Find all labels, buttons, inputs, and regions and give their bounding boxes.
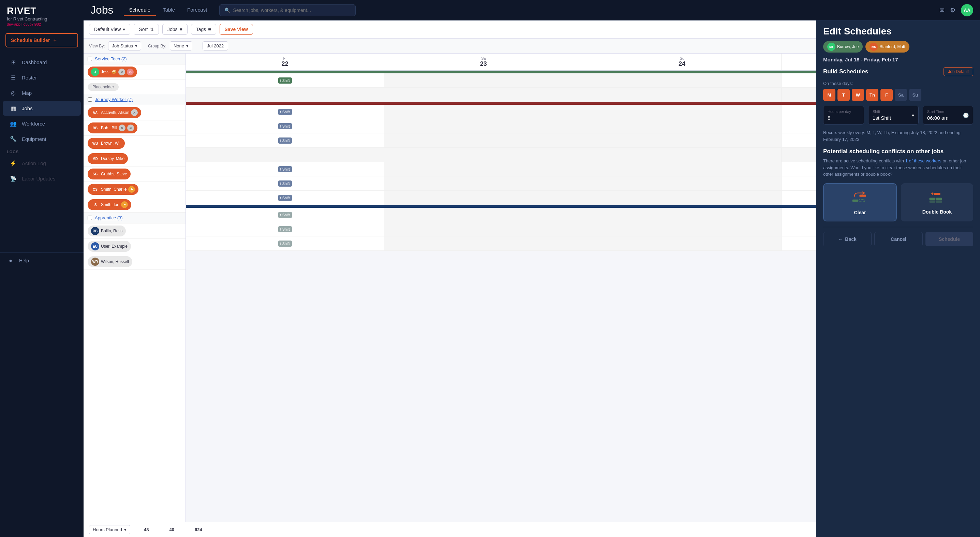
calendar-cell[interactable] <box>384 222 490 236</box>
sidebar-item-label: Roster <box>22 75 37 81</box>
worker-chip-smith-charlie[interactable]: CS Smith, Charlie ⚑ <box>88 184 138 195</box>
calendar-cell[interactable] <box>384 176 490 190</box>
tab-schedule[interactable]: Schedule <box>124 4 156 16</box>
logs-section-label: LOGS <box>0 147 84 155</box>
calendar-cell[interactable]: t Shift <box>186 176 384 190</box>
worker-chip-jess[interactable]: J Jess, 🥪 ✕ ⊘ <box>88 67 137 77</box>
worker-chip-accavitti[interactable]: AA Accavitti, Alison ✕ <box>88 107 141 118</box>
sidebar-item-workforce[interactable]: 👥 Workforce <box>3 116 81 131</box>
calendar-cell[interactable] <box>384 148 490 162</box>
calendar-cell[interactable]: t Shift <box>186 73 384 87</box>
list-item: WB Brown, Will <box>84 136 186 151</box>
worker-chip-user-example[interactable]: EU User, Example <box>88 241 131 252</box>
calendar-area: Fr 22 Sa 23 Su 24 Mo 25 <box>186 54 490 269</box>
default-view-button[interactable]: Default View ▾ <box>89 24 130 35</box>
tags-button[interactable]: Tags ≡ <box>191 24 216 35</box>
calendar-cell[interactable]: t Shift <box>186 134 384 147</box>
table-row: t Shift Bollin, Ross • 5/8s Firs <box>186 208 490 222</box>
calendar-cell[interactable] <box>384 191 490 205</box>
brand-tagline: for Rivet Contracting <box>7 16 77 21</box>
sidebar-item-labor-updates[interactable]: 📡 Labor Updates <box>3 171 81 186</box>
schedule-builder-button[interactable]: Schedule Builder ＋ <box>5 33 78 48</box>
group-journey-worker[interactable]: Journey Worker (7) <box>84 94 186 105</box>
sort-button[interactable]: Sort ⇅ <box>134 24 159 35</box>
shift-chip[interactable]: t Shift <box>278 137 292 143</box>
sidebar-item-map[interactable]: ◎ Map <box>3 86 81 100</box>
calendar-cell[interactable] <box>384 88 490 102</box>
view-by-select[interactable]: Job Status ▾ <box>108 41 141 51</box>
worker-chip-bollin[interactable]: RB Bollin, Ross <box>88 226 126 236</box>
calendar-cell[interactable]: t Shift <box>186 208 384 222</box>
view-by-label: View By: <box>89 44 105 48</box>
calendar-cell[interactable] <box>186 88 384 102</box>
remove-worker-icon[interactable]: ✕ <box>119 124 126 131</box>
calendar-cell[interactable] <box>384 119 490 133</box>
shift-chip[interactable]: t Shift <box>278 109 292 115</box>
worker-name: Smith, Ian <box>101 202 119 207</box>
calendar-cell[interactable] <box>384 208 490 222</box>
calendar-cell[interactable]: t Shift <box>186 191 384 205</box>
calendar-cell[interactable]: t Shift <box>186 119 384 133</box>
day-label: Fr <box>283 56 286 61</box>
cancel-icon[interactable]: ⊘ <box>127 124 134 131</box>
avatar: AA <box>91 108 99 117</box>
worker-chip-wilson[interactable]: WR Wilson, Russell <box>88 256 132 267</box>
help-item[interactable]: ● Help <box>0 252 84 269</box>
worker-chip-brown[interactable]: WB Brown, Will <box>88 138 125 149</box>
table-row <box>186 88 490 102</box>
calendar-cell[interactable]: t Shift <box>186 236 384 250</box>
calendar-cell[interactable] <box>384 105 490 119</box>
table-row: t Shift Accavitti, Alison • 5/8s <box>186 105 490 119</box>
apprentice-checkbox[interactable] <box>88 216 92 220</box>
search-input[interactable] <box>233 8 350 13</box>
worker-chip-dorsey[interactable]: MD Dorsey, Mike <box>88 153 128 164</box>
sidebar-item-action-log[interactable]: ⚡ Action Log <box>3 156 81 171</box>
tab-forecast[interactable]: Forecast <box>182 4 212 16</box>
worker-chip-bob[interactable]: BB Bob , Bill ✕ ⊘ <box>88 123 137 134</box>
sidebar-item-equipment[interactable]: 🔧 Equipment <box>3 132 81 147</box>
shift-chip[interactable]: t Shift <box>278 180 292 186</box>
shift-chip[interactable]: t Shift <box>278 226 292 232</box>
shift-chip[interactable]: t Shift <box>278 195 292 201</box>
shift-chip[interactable]: t Shift <box>278 123 292 129</box>
remove-worker-icon[interactable]: ✕ <box>131 109 138 116</box>
table-row <box>186 148 490 162</box>
flag-icon[interactable]: ⚑ <box>128 186 135 193</box>
shift-chip[interactable]: t Shift <box>278 212 292 218</box>
calendar-cell[interactable] <box>384 134 490 147</box>
group-service-tech[interactable]: Service Tech (2) <box>84 54 186 64</box>
tab-table[interactable]: Table <box>157 4 180 16</box>
calendar-cell[interactable]: t Shift <box>186 162 384 176</box>
flag-icon[interactable]: ⊘ <box>127 69 134 75</box>
calendar-cell[interactable]: t Shift <box>186 105 384 119</box>
save-view-button[interactable]: Save View <box>220 24 253 35</box>
help-icon: ● <box>7 258 14 264</box>
sidebar-item-roster[interactable]: ☰ Roster <box>3 70 81 85</box>
placeholder-chip[interactable]: Placeholder <box>88 83 119 91</box>
shift-chip[interactable]: t Shift <box>278 241 292 247</box>
list-item: CS Smith, Charlie ⚑ <box>84 182 186 197</box>
calendar-cell[interactable] <box>186 148 384 162</box>
jobs-filter-button[interactable]: Jobs ≡ <box>162 24 188 35</box>
calendar-cell[interactable] <box>384 73 490 87</box>
list-item: WR Wilson, Russell <box>84 254 186 269</box>
group-apprentice[interactable]: Apprentice (3) <box>84 212 186 223</box>
table-row: t Shift Bob , Bill • 5/8s First S <box>186 119 490 134</box>
search-bar[interactable]: 🔍 <box>219 5 356 16</box>
calendar-cell[interactable] <box>384 236 490 250</box>
sidebar-item-label: Action Log <box>22 160 46 166</box>
journey-worker-checkbox[interactable] <box>88 97 92 102</box>
calendar-cell[interactable]: t Shift <box>186 222 384 236</box>
remove-worker-icon[interactable]: ✕ <box>118 69 125 75</box>
group-bar-journey-worker <box>186 102 490 105</box>
worker-chip-smith-ian[interactable]: IS Smith, Ian ⚑ <box>88 199 131 210</box>
service-tech-checkbox[interactable] <box>88 57 92 61</box>
sidebar-item-dashboard[interactable]: ⊞ Dashboard <box>3 55 81 70</box>
shift-chip[interactable]: t Shift <box>278 77 292 84</box>
shift-chip[interactable]: t Shift <box>278 166 292 172</box>
flag-icon[interactable]: ⚑ <box>121 201 128 208</box>
calendar-cell[interactable] <box>384 162 490 176</box>
sidebar-item-jobs[interactable]: ▦ Jobs <box>3 101 81 116</box>
worker-chip-grubbs[interactable]: SG Grubbs, Steve <box>88 169 130 180</box>
group-by-select[interactable]: None ▾ <box>170 41 192 51</box>
